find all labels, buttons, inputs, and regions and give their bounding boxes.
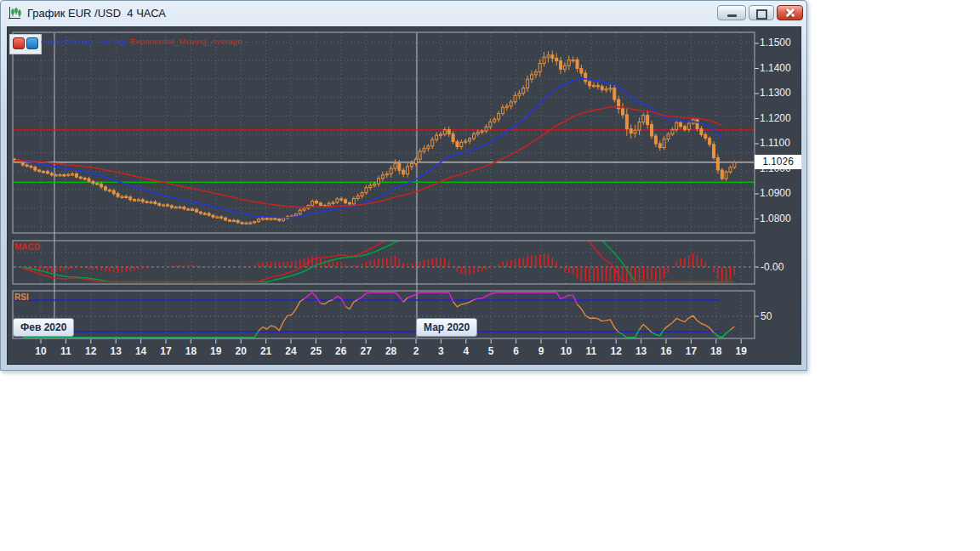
x-axis-label: 19 (732, 345, 750, 357)
x-axis-label: 26 (332, 345, 350, 357)
chart-window: График EUR /USD 4 ЧАСА ential_Moving_Ave… (0, 0, 807, 371)
x-axis-label: 25 (306, 345, 325, 357)
macd-panel-label: MACD (14, 242, 40, 252)
price-axis-label: 1.1100 (760, 137, 790, 149)
x-axis-label: 27 (356, 345, 375, 357)
x-axis-label: 18 (707, 345, 726, 357)
x-axis-label: 20 (231, 345, 250, 357)
x-axis-label: 21 (257, 345, 276, 357)
price-axis-label: 1.1500 (760, 37, 791, 48)
x-axis-label: 3 (431, 345, 450, 357)
x-axis-label: 2 (407, 345, 425, 357)
rsi-axis-label: 50 (761, 310, 772, 322)
indicator-button-blue[interactable] (26, 37, 38, 49)
x-axis-label: 13 (106, 345, 125, 357)
x-axis-label: 18 (181, 345, 200, 357)
x-axis-label: 12 (607, 345, 625, 357)
price-axis-label: 1.1000 (760, 162, 791, 174)
x-axis-label: 17 (681, 345, 700, 357)
x-axis-label: 12 (82, 345, 100, 357)
x-axis-label: 10 (31, 345, 50, 357)
x-axis-label: 10 (556, 345, 575, 357)
x-axis-label: 17 (157, 345, 175, 357)
x-axis-label: 11 (56, 345, 75, 357)
x-axis-label: 16 (657, 345, 675, 357)
price-axis-label: 1.0800 (760, 213, 791, 224)
price-axis-label: 1.1300 (760, 87, 791, 99)
indicator-buttons-panel (9, 34, 42, 54)
legend-ema-blue: ential_Moving_Average (41, 37, 128, 46)
month-label-mar: Мар 2020 (416, 318, 477, 337)
legend-ema-red: Exponential_Moving_Average - (130, 37, 247, 46)
price-axis-label: 1.0900 (760, 187, 791, 199)
x-axis-label: 24 (282, 345, 300, 357)
macd-axis-label: -0.00 (761, 261, 783, 273)
x-axis-label: 14 (132, 345, 151, 357)
x-axis-label: 6 (507, 345, 526, 357)
x-axis-label: 5 (481, 345, 500, 357)
indicator-button-red[interactable] (13, 37, 25, 49)
x-axis-label: 28 (382, 345, 401, 357)
price-axis-label: 1.1400 (760, 62, 791, 74)
rsi-panel-label: RSI (14, 293, 29, 302)
x-axis-label: 19 (207, 345, 225, 357)
x-axis-label: 4 (457, 345, 476, 357)
month-label-feb: Фев 2020 (13, 318, 74, 337)
price-axis-label: 1.1200 (760, 112, 791, 124)
x-axis-label: 13 (632, 345, 651, 357)
x-axis-label: 9 (532, 345, 550, 357)
x-axis-label: 11 (582, 345, 601, 357)
chart-canvas[interactable] (1, 1, 806, 370)
